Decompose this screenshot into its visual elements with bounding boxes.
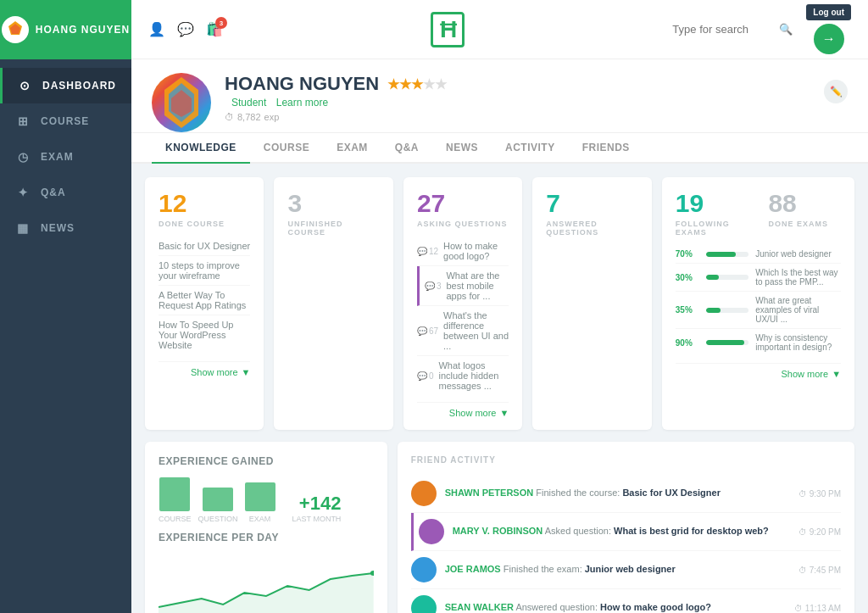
done-course-number: 12	[159, 189, 250, 218]
line-chart	[159, 560, 374, 613]
friend-time-1: ⏱ 9:30 PM	[798, 489, 841, 499]
asking-questions-show-more[interactable]: Show more ▼	[417, 402, 509, 418]
tab-activity[interactable]: ACTIVITY	[492, 133, 569, 164]
sidebar-item-label-exam: EXAM	[41, 151, 74, 163]
done-course-items: Basic for UX Designer 10 steps to improv…	[159, 237, 250, 354]
profile-area: HOANG NGUYEN ★★★★★ Student Learn more ⏱ …	[131, 59, 868, 133]
bottom-row: Experience gained COURSE QUESTION EXA	[145, 442, 854, 613]
search-input[interactable]	[672, 23, 774, 36]
friend-item-3: JOE RAMOS Finished the exam: Junior web …	[411, 551, 841, 589]
rating-stars: ★★★★★	[387, 76, 447, 92]
last-month-label: LAST MONTH	[292, 515, 342, 523]
course-bar	[159, 477, 190, 511]
exams-show-more[interactable]: Show more ▼	[676, 363, 841, 379]
user-icon[interactable]: 👤	[148, 21, 165, 37]
friend-time-2: ⏱ 9:20 PM	[798, 527, 841, 537]
exam-label-4: Why is consistency important in design?	[755, 333, 841, 352]
friend-target-4: How to make good logo?	[600, 602, 711, 612]
friend-name-2: MARY V. ROBINSON	[453, 526, 543, 536]
friend-avatar-2	[419, 519, 444, 544]
experience-title: Experience gained	[159, 455, 374, 467]
message-icon[interactable]: 💬	[177, 21, 194, 37]
learn-more-link[interactable]: Learn more	[276, 97, 328, 109]
progress-bar-4	[706, 340, 748, 345]
friend-activity-card: FRIEND ACTIVITY SHAWN PETERSON Finished …	[398, 442, 854, 613]
answered-questions-label: ANSWERED QUESTIONS	[546, 220, 637, 237]
exam-label-3: What are great examples of viral UX/UI .…	[755, 296, 841, 324]
exam-label-1: Junior web designer	[755, 249, 841, 259]
exam-item-1: 70% Junior web designer	[676, 245, 841, 264]
progress-bar-1	[706, 252, 748, 257]
question-bar	[203, 488, 233, 511]
sidebar-item-course[interactable]: ⊞ COURSE	[0, 103, 131, 139]
exam-percent-1: 70%	[676, 249, 699, 259]
sidebar-item-exam[interactable]: ◷ EXAM	[0, 139, 131, 175]
asking-questions-card: 27 ASKING QUESTIONS 💬 12 How to make goo…	[403, 177, 522, 430]
friend-target-3: Junior web designer	[585, 564, 676, 574]
friend-name-1: SHAWN PETERSON	[445, 488, 534, 498]
exam-percent-4: 90%	[676, 338, 699, 348]
exam-icon: ◷	[15, 149, 31, 164]
exp-plus-value: +142	[292, 493, 342, 515]
friend-text-1: SHAWN PETERSON Finished the course: Basi…	[445, 487, 790, 499]
following-exams-label: FOLLOWING EXAMS	[676, 220, 748, 237]
sidebar-item-dashboard[interactable]: ⊙ DASHBOARD	[0, 68, 131, 103]
topbar-icons: 👤 💬 🛍️ 3	[148, 21, 223, 37]
sidebar-item-news[interactable]: ▦ NEWS	[0, 210, 131, 246]
question-bar-label: QUESTION	[198, 515, 238, 523]
qa-icon: ✦	[15, 185, 31, 200]
list-item: 💬 0 What logos include hidden messages .…	[417, 356, 509, 395]
friend-action-2: Asked question:	[545, 526, 611, 536]
user-fullname: HOANG NGUYEN	[225, 73, 379, 95]
done-course-card: 12 DONE COURSE Basic for UX Designer 10 …	[145, 177, 264, 430]
tab-news[interactable]: NEWS	[432, 133, 492, 164]
done-exams-number: 88	[768, 189, 841, 218]
exam-item-3: 35% What are great examples of viral UX/…	[676, 292, 841, 329]
list-item: 💬 3 What are the best mobile apps for ..…	[417, 266, 509, 306]
logout-button[interactable]: Log out	[806, 4, 851, 20]
answered-questions-card: 7 ANSWERED QUESTIONS	[532, 177, 651, 430]
comment-count-2: 💬 3	[425, 281, 442, 291]
following-exams-number: 19	[676, 189, 748, 218]
friend-avatar-1	[411, 481, 437, 506]
friend-name-3: JOE RAMOS	[445, 564, 501, 574]
search-icon[interactable]: 🔍	[779, 23, 793, 36]
profile-info: HOANG NGUYEN ★★★★★ Student Learn more ⏱ …	[225, 73, 810, 131]
answered-questions-number: 7	[546, 189, 637, 218]
tab-friends[interactable]: FRIENDS	[569, 133, 643, 164]
exp-per-day-title: Experience per day	[159, 532, 374, 543]
sidebar-item-label-news: NEWS	[41, 222, 75, 234]
notification-badge: 3	[215, 17, 227, 29]
tab-knowledge[interactable]: KNOWLEDGE	[152, 133, 250, 164]
friend-item-4: SEAN WALKER Answered question: How to ma…	[411, 589, 841, 613]
sidebar-item-qa[interactable]: ✦ Q&A	[0, 175, 131, 210]
profile-exp: ⏱ 8,782 exp	[225, 112, 810, 122]
exp-total: +142 LAST MONTH	[292, 493, 342, 523]
stats-row: 12 DONE COURSE Basic for UX Designer 10 …	[145, 177, 854, 430]
exp-bar-course: COURSE	[159, 477, 192, 523]
edit-button[interactable]: ✏️	[824, 80, 848, 103]
profile-button[interactable]: →	[814, 24, 844, 54]
friend-action-3: Finished the exam:	[504, 564, 582, 574]
topbar: 👤 💬 🛍️ 3 Ħ 🔍 Log out →	[131, 0, 868, 59]
search-bar[interactable]: 🔍	[672, 23, 793, 36]
done-exams-label: DONE EXAMS	[768, 220, 841, 228]
tab-exam[interactable]: EXAM	[323, 133, 381, 164]
dashboard-icon: ⊙	[18, 78, 32, 93]
friend-target-1: Basic for UX Designer	[622, 488, 721, 498]
exp-bar-exam: EXAM	[245, 482, 275, 523]
friend-activity-title: FRIEND ACTIVITY	[411, 455, 841, 465]
content-area: 12 DONE COURSE Basic for UX Designer 10 …	[131, 164, 868, 613]
sidebar-item-label-dashboard: DASHBOARD	[42, 80, 116, 92]
topbar-logo: Ħ	[236, 12, 659, 47]
tab-qa[interactable]: Q&A	[381, 133, 432, 164]
tab-course[interactable]: COURSE	[250, 133, 323, 164]
done-course-show-more[interactable]: Show more ▼	[159, 361, 250, 377]
sidebar-item-label-qa: Q&A	[41, 187, 66, 198]
exam-percent-2: 30%	[676, 273, 699, 282]
sidebar: HOANG NGUYEN ⊙ DASHBOARD ⊞ COURSE ◷ EXAM…	[0, 0, 131, 613]
notification-icon[interactable]: 🛍️ 3	[206, 21, 223, 37]
sidebar-nav: ⊙ DASHBOARD ⊞ COURSE ◷ EXAM ✦ Q&A ▦ NEWS	[0, 59, 131, 613]
comment-count-3: 💬 67	[417, 326, 438, 336]
profile-name-row: HOANG NGUYEN ★★★★★	[225, 73, 810, 95]
